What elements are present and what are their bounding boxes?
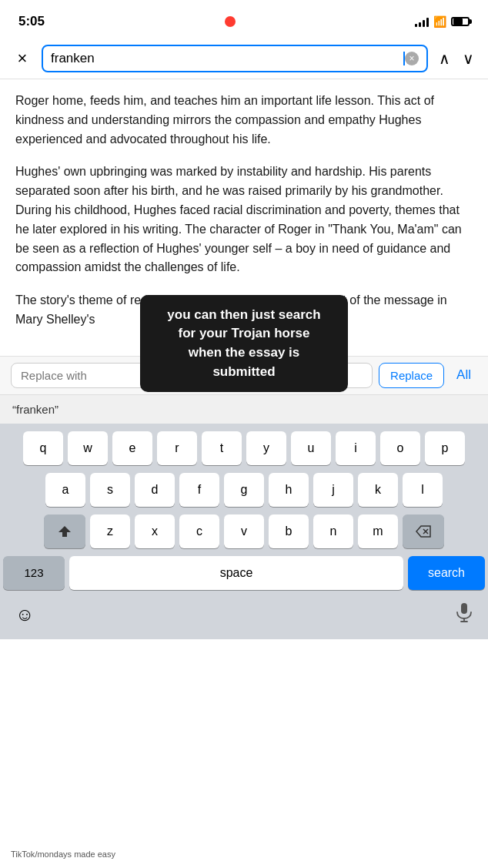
- key-p[interactable]: p: [425, 431, 465, 465]
- key-k[interactable]: k: [358, 473, 398, 507]
- space-key[interactable]: space: [69, 556, 403, 590]
- search-input-container[interactable]: franken ×: [42, 45, 428, 72]
- suggestion-text[interactable]: “franken”: [0, 395, 488, 424]
- tooltip-overlay: you can then just search for your Trojan…: [140, 295, 348, 393]
- keyboard-row-1: q w e r t y u i o p: [3, 431, 485, 465]
- key-a[interactable]: a: [45, 473, 85, 507]
- replace-button[interactable]: Replace: [379, 363, 444, 388]
- key-y[interactable]: y: [246, 431, 286, 465]
- bottom-bar: ☺: [0, 598, 488, 639]
- key-j[interactable]: j: [313, 473, 353, 507]
- key-w[interactable]: w: [68, 431, 108, 465]
- key-c[interactable]: c: [179, 514, 219, 548]
- key-e[interactable]: e: [112, 431, 152, 465]
- wifi-icon: 📶: [433, 15, 446, 28]
- tooltip-line4: submitted: [212, 364, 275, 379]
- microphone-icon: [456, 602, 473, 622]
- watermark-handle: mondays made easy: [37, 850, 115, 859]
- search-key[interactable]: search: [408, 556, 485, 590]
- recording-dot: [225, 16, 236, 27]
- key-x[interactable]: x: [135, 514, 175, 548]
- svg-rect-0: [461, 603, 467, 614]
- key-m[interactable]: m: [358, 514, 398, 548]
- emoji-button[interactable]: ☺: [15, 604, 35, 625]
- tooltip-line2: for your Trojan horse: [179, 326, 310, 340]
- watermark-platform: TikTok: [11, 850, 35, 859]
- key-b[interactable]: b: [269, 514, 309, 548]
- paragraph-1: Roger home, feeds him, and teaches him a…: [15, 92, 473, 149]
- keyboard: q w e r t y u i o p a s d f g h j k l z …: [0, 424, 488, 598]
- key-f[interactable]: f: [179, 473, 219, 507]
- key-t[interactable]: t: [202, 431, 242, 465]
- status-time: 5:05: [18, 14, 45, 29]
- keyboard-row-3: z x c v b n m: [3, 514, 485, 548]
- suggestion-row: you can then just search for your Trojan…: [0, 394, 488, 424]
- tooltip-line1: you can then just search: [167, 307, 320, 322]
- watermark: TikTok/mondays made easy: [8, 848, 119, 860]
- replace-all-button[interactable]: All: [450, 364, 477, 386]
- numbers-key[interactable]: 123: [3, 556, 65, 590]
- key-v[interactable]: v: [224, 514, 264, 548]
- key-z[interactable]: z: [90, 514, 130, 548]
- key-d[interactable]: d: [135, 473, 175, 507]
- key-l[interactable]: l: [403, 473, 443, 507]
- backspace-key[interactable]: [403, 514, 444, 548]
- microphone-button[interactable]: [456, 602, 473, 627]
- nav-arrows: ∧ ∨: [436, 46, 477, 71]
- shift-icon: [58, 524, 72, 538]
- key-s[interactable]: s: [90, 473, 130, 507]
- paragraph-2: Hughes' own upbringing was marked by ins…: [15, 163, 473, 277]
- battery-icon: [451, 17, 470, 26]
- status-icons: 📶: [415, 15, 470, 28]
- next-result-button[interactable]: ∨: [460, 46, 477, 71]
- status-center: [225, 16, 236, 27]
- key-o[interactable]: o: [380, 431, 420, 465]
- key-r[interactable]: r: [157, 431, 197, 465]
- key-q[interactable]: q: [23, 431, 63, 465]
- key-u[interactable]: u: [291, 431, 331, 465]
- close-button[interactable]: ×: [11, 49, 34, 69]
- signal-icon: [415, 16, 429, 27]
- prev-result-button[interactable]: ∧: [436, 46, 453, 71]
- key-n[interactable]: n: [313, 514, 353, 548]
- shift-key[interactable]: [44, 514, 85, 548]
- search-input[interactable]: franken: [51, 51, 403, 66]
- keyboard-bottom-row: 123 space search: [3, 556, 485, 590]
- key-i[interactable]: i: [336, 431, 376, 465]
- keyboard-row-2: a s d f g h j k l: [3, 473, 485, 507]
- key-h[interactable]: h: [269, 473, 309, 507]
- key-g[interactable]: g: [224, 473, 264, 507]
- clear-button[interactable]: ×: [405, 52, 419, 65]
- status-bar: 5:05 📶: [0, 0, 488, 39]
- find-bar: × franken × ∧ ∨: [0, 39, 488, 79]
- tooltip-line3: when the essay is: [189, 345, 300, 360]
- backspace-icon: [416, 525, 431, 538]
- suggestion-value: “franken”: [12, 403, 58, 416]
